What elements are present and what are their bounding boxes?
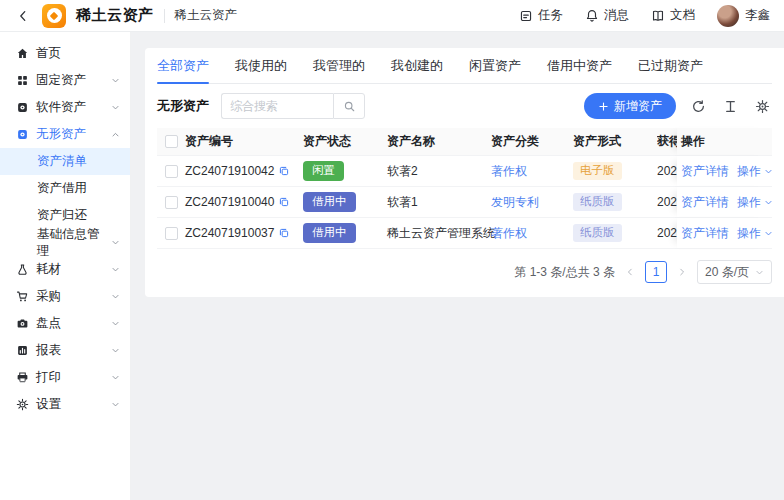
sidebar-item-settings[interactable]: 设置 [0,391,130,418]
row-more-label: 操作 [737,163,761,180]
copy-icon[interactable] [278,196,290,208]
section-title: 无形资产 [157,97,209,115]
sidebar-item-label: 资产清单 [37,153,120,170]
sidebar-subitem-asset-borrow[interactable]: 资产借用 [0,175,130,202]
row-height-button[interactable] [721,97,740,116]
sidebar-item-label: 盘点 [36,315,104,332]
tab-idle-assets[interactable]: 闲置资产 [469,48,521,83]
sidebar-item-print[interactable]: 打印 [0,364,130,391]
sidebar-item-reports[interactable]: 报表 [0,337,130,364]
copy-icon[interactable] [278,227,290,239]
column-settings-button[interactable] [753,97,772,116]
header-item-documents[interactable]: 文档 [651,7,695,24]
header-item-messages[interactable]: 消息 [585,7,629,24]
category-link[interactable]: 发明专利 [491,195,539,209]
sidebar-item-software-assets[interactable]: 软件资产 [0,94,130,121]
sidebar-item-label: 资产借用 [37,180,120,197]
sidebar-item-label: 资产归还 [37,207,120,224]
col-actions: 操作 [677,128,772,155]
back-button[interactable] [14,7,32,25]
category-link[interactable]: 著作权 [491,226,527,240]
assets-table: 资产编号 资产状态 资产名称 资产分类 资产形式 获得 操作 ZC2407191… [157,128,772,249]
next-page-button[interactable] [675,265,689,279]
sidebar-subitem-asset-list[interactable]: 资产清单 [0,148,130,175]
sidebar-item-intangible-assets[interactable]: 无形资产 [0,121,130,148]
row-checkbox[interactable] [165,165,178,178]
copy-icon[interactable] [278,165,290,177]
app-logo [42,4,66,28]
sidebar-item-label: 基础信息管理 [37,226,111,260]
page-size-value: 20 条/页 [705,264,749,281]
purchase-icon [16,290,29,303]
tab-created-by-me[interactable]: 我创建的 [391,48,443,83]
tab-borrowed-assets[interactable]: 借用中资产 [547,48,612,83]
table-row: ZC24071910037 借用中 稀土云资产管理系统 著作权 纸质版 202 … [157,218,772,249]
prev-page-button[interactable] [623,265,637,279]
col-asset-status: 资产状态 [303,133,387,150]
print-icon [16,371,29,384]
page-number[interactable]: 1 [645,261,667,283]
asset-detail-link[interactable]: 资产详情 [681,225,729,242]
sidebar-item-home[interactable]: 首页 [0,40,130,67]
sidebar-item-label: 耗材 [36,261,104,278]
category-link[interactable]: 著作权 [491,164,527,178]
form-tag: 电子版 [573,162,622,181]
select-all-checkbox[interactable] [165,135,178,148]
asset-code: ZC24071910042 [185,164,274,178]
chevron-down-icon [755,268,764,277]
asset-name: 软著1 [387,194,491,211]
grid-icon [16,74,29,87]
sidebar-item-label: 固定资产 [36,72,104,89]
refresh-icon [691,99,706,114]
stocktake-icon [16,317,29,330]
table-row: ZC24071910042 闲置 软著2 著作权 电子版 202 资产详情 [157,156,772,187]
gear-icon [755,99,770,114]
refresh-button[interactable] [689,97,708,116]
search-input[interactable] [221,93,333,119]
header-item-label: 文档 [670,7,695,24]
sidebar-subitem-basic-info[interactable]: 基础信息管理 [0,229,130,256]
sidebar-item-stocktake[interactable]: 盘点 [0,310,130,337]
logo-diamond-icon [50,11,58,19]
tab-expired-assets[interactable]: 已过期资产 [638,48,703,83]
row-checkbox[interactable] [165,227,178,240]
header-left: 稀土云资产 稀土云资产 [14,4,237,28]
asset-code: ZC24071910037 [185,226,274,240]
header-item-tasks[interactable]: 任务 [519,7,563,24]
sidebar-item-label: 报表 [36,342,104,359]
chevron-up-icon [111,130,120,139]
asset-detail-link[interactable]: 资产详情 [681,163,729,180]
row-checkbox[interactable] [165,196,178,209]
chevron-right-icon [677,267,687,277]
chevron-down-icon [111,292,120,301]
search-button[interactable] [333,93,365,119]
chevron-down-icon [111,238,120,247]
sidebar-item-fixed-assets[interactable]: 固定资产 [0,67,130,94]
row-more-label: 操作 [737,225,761,242]
add-asset-button[interactable]: 新增资产 [584,93,676,119]
header-item-label: 任务 [538,7,563,24]
chevron-down-icon [764,229,773,238]
table-row: ZC24071910040 借用中 软著1 发明专利 纸质版 202 资产详情 [157,187,772,218]
asset-detail-link[interactable]: 资产详情 [681,194,729,211]
page-size-select[interactable]: 20 条/页 [697,260,772,284]
intangible-icon [16,128,29,141]
chevron-down-icon [111,373,120,382]
chevron-down-icon [111,103,120,112]
asset-name: 稀土云资产管理系统 [387,225,491,242]
sidebar-item-consumables[interactable]: 耗材 [0,256,130,283]
row-more-button[interactable]: 操作 [737,194,773,211]
tab-managed-by-me[interactable]: 我管理的 [313,48,365,83]
top-header: 稀土云资产 稀土云资产 任务 消息 文档 [0,0,784,32]
app-window: 稀土云资产 稀土云资产 任务 消息 文档 [0,0,784,500]
sidebar-item-procurement[interactable]: 采购 [0,283,130,310]
tab-used-by-me[interactable]: 我使用的 [235,48,287,83]
row-more-button[interactable]: 操作 [737,163,773,180]
home-icon [16,47,29,60]
app-title: 稀土云资产 [76,6,154,25]
tab-all-assets[interactable]: 全部资产 [157,48,209,83]
table-toolbar: 无形资产 新增资产 [157,93,772,119]
user-menu[interactable]: 李鑫 [717,5,770,27]
row-more-button[interactable]: 操作 [737,225,773,242]
settings-gear-icon [16,398,29,411]
